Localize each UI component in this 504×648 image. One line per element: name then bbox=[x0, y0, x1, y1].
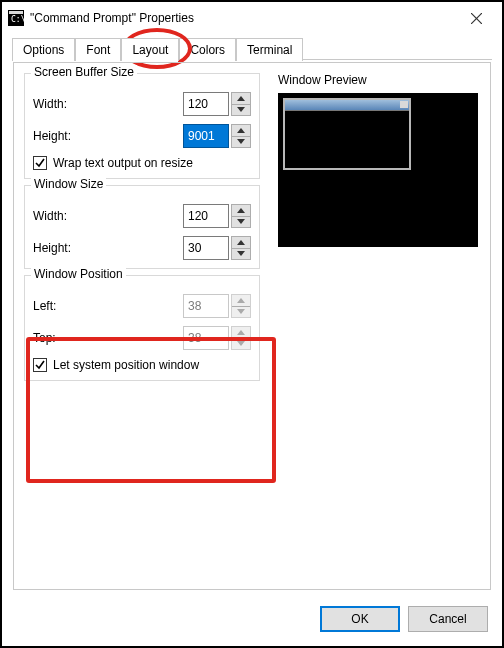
group-window-position: Window Position Left: Top: bbox=[24, 275, 260, 381]
input-buffer-height[interactable] bbox=[183, 124, 229, 148]
svg-marker-16 bbox=[237, 341, 245, 346]
spin-up-icon bbox=[232, 327, 250, 338]
tab-panel-layout: Screen Buffer Size Width: Height: bbox=[13, 62, 491, 590]
preview-mini-titlebar bbox=[285, 100, 409, 111]
spin-buttons[interactable] bbox=[231, 124, 251, 148]
input-position-left bbox=[183, 294, 229, 318]
svg-marker-13 bbox=[237, 298, 245, 303]
spin-buttons[interactable] bbox=[231, 204, 251, 228]
spin-buttons bbox=[231, 294, 251, 318]
window-title: "Command Prompt" Properties bbox=[30, 11, 194, 25]
close-icon bbox=[471, 13, 482, 24]
spin-down-icon bbox=[232, 338, 250, 350]
svg-marker-8 bbox=[237, 139, 245, 144]
label-position-top: Top: bbox=[33, 331, 183, 345]
check-icon bbox=[33, 358, 47, 372]
spin-window-width[interactable] bbox=[183, 204, 251, 228]
svg-marker-7 bbox=[237, 128, 245, 133]
spin-buffer-width[interactable] bbox=[183, 92, 251, 116]
label-window-width: Width: bbox=[33, 209, 183, 223]
dialog-frame: C:\ "Command Prompt" Properties Options … bbox=[0, 0, 504, 648]
spin-down-icon[interactable] bbox=[232, 216, 250, 228]
tab-options[interactable]: Options bbox=[12, 38, 75, 61]
preview-mini-window bbox=[283, 98, 411, 170]
group-title-window-position: Window Position bbox=[31, 267, 126, 281]
label-wrap-text: Wrap text output on resize bbox=[53, 156, 193, 170]
checkbox-auto-position[interactable]: Let system position window bbox=[33, 358, 251, 372]
ok-button[interactable]: OK bbox=[320, 606, 400, 632]
svg-marker-14 bbox=[237, 309, 245, 314]
tab-font[interactable]: Font bbox=[75, 38, 121, 61]
tab-strip: Options Font Layout Colors Terminal bbox=[2, 34, 502, 60]
svg-marker-6 bbox=[237, 107, 245, 112]
label-window-preview: Window Preview bbox=[278, 73, 480, 87]
spin-buttons bbox=[231, 326, 251, 350]
spin-buffer-height[interactable] bbox=[183, 124, 251, 148]
window-preview bbox=[278, 93, 478, 247]
svg-marker-15 bbox=[237, 330, 245, 335]
svg-marker-9 bbox=[237, 208, 245, 213]
input-window-height[interactable] bbox=[183, 236, 229, 260]
spin-down-icon[interactable] bbox=[232, 136, 250, 148]
tab-terminal[interactable]: Terminal bbox=[236, 38, 303, 61]
svg-rect-1 bbox=[9, 11, 23, 14]
spin-up-icon bbox=[232, 295, 250, 306]
spin-buttons[interactable] bbox=[231, 236, 251, 260]
spin-window-height[interactable] bbox=[183, 236, 251, 260]
svg-marker-10 bbox=[237, 219, 245, 224]
cancel-button[interactable]: Cancel bbox=[408, 606, 488, 632]
spin-buttons[interactable] bbox=[231, 92, 251, 116]
label-position-left: Left: bbox=[33, 299, 183, 313]
svg-marker-11 bbox=[237, 240, 245, 245]
dialog-button-bar: OK Cancel bbox=[320, 606, 488, 632]
tab-layout[interactable]: Layout bbox=[121, 38, 179, 61]
spin-position-top bbox=[183, 326, 251, 350]
input-buffer-width[interactable] bbox=[183, 92, 229, 116]
title-bar: C:\ "Command Prompt" Properties bbox=[2, 2, 502, 34]
svg-marker-5 bbox=[237, 96, 245, 101]
cmd-icon: C:\ bbox=[8, 10, 24, 26]
spin-down-icon bbox=[232, 306, 250, 318]
label-auto-position: Let system position window bbox=[53, 358, 199, 372]
check-icon bbox=[33, 156, 47, 170]
spin-up-icon[interactable] bbox=[232, 125, 250, 136]
label-buffer-height: Height: bbox=[33, 129, 183, 143]
checkbox-wrap-text[interactable]: Wrap text output on resize bbox=[33, 156, 251, 170]
group-title-screen-buffer: Screen Buffer Size bbox=[31, 65, 137, 79]
spin-down-icon[interactable] bbox=[232, 248, 250, 260]
group-screen-buffer: Screen Buffer Size Width: Height: bbox=[24, 73, 260, 179]
spin-down-icon[interactable] bbox=[232, 104, 250, 116]
spin-up-icon[interactable] bbox=[232, 237, 250, 248]
svg-text:C:\: C:\ bbox=[11, 15, 24, 24]
input-position-top bbox=[183, 326, 229, 350]
group-window-size: Window Size Width: Height: bbox=[24, 185, 260, 269]
svg-marker-12 bbox=[237, 251, 245, 256]
label-buffer-width: Width: bbox=[33, 97, 183, 111]
tab-colors[interactable]: Colors bbox=[179, 38, 236, 61]
input-window-width[interactable] bbox=[183, 204, 229, 228]
spin-position-left bbox=[183, 294, 251, 318]
label-window-height: Height: bbox=[33, 241, 183, 255]
spin-up-icon[interactable] bbox=[232, 93, 250, 104]
group-title-window-size: Window Size bbox=[31, 177, 106, 191]
spin-up-icon[interactable] bbox=[232, 205, 250, 216]
close-button[interactable] bbox=[456, 3, 496, 33]
